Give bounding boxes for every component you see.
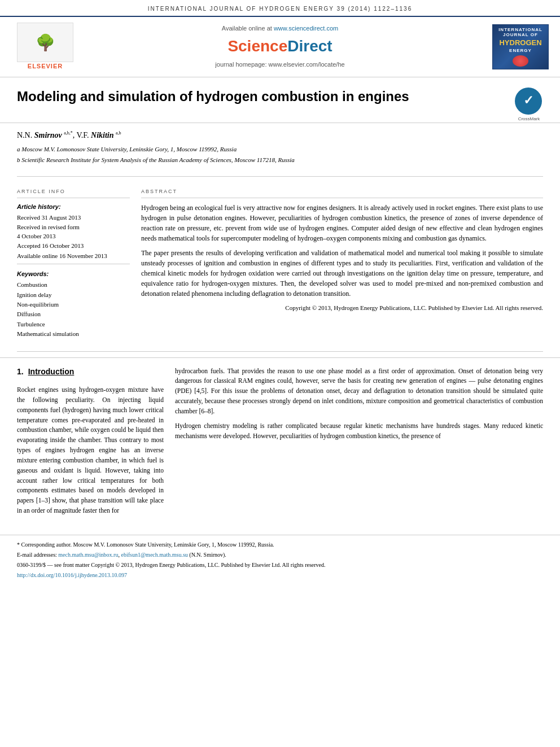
intro-left-body: Rocket engines using hydrogen-oxygen mix… — [17, 385, 164, 516]
article-title: Modeling and simulation of hydrogen comb… — [17, 88, 515, 105]
sciencedirect-url[interactable]: www.sciencedirect.com — [274, 25, 338, 32]
keywords-label: Keywords: — [17, 270, 130, 278]
abstract-copyright: Copyright © 2013, Hydrogen Energy Public… — [141, 303, 543, 313]
affiliation-a: a Moscow M.V. Lomonosov State University… — [17, 145, 543, 154]
available-online: Available online at www.sciencedirect.co… — [90, 24, 470, 33]
keyword-ignition-delay: Ignition delay — [17, 291, 130, 299]
section-number: 1. — [17, 366, 24, 378]
received2: Received in revised form4 October 2013 — [17, 223, 130, 241]
doi-link[interactable]: http://dx.doi.org/10.1016/j.ijhydene.201… — [17, 572, 127, 578]
elsevier-logo: 🌳 ELSEVIER — [11, 23, 79, 71]
badge-circle-icon — [513, 55, 528, 67]
corresponding-author-note: * Corresponding author. Moscow M.V. Lomo… — [17, 541, 543, 549]
science-part: Science — [228, 37, 287, 55]
crossmark-label: CrossMark — [515, 116, 543, 122]
email-note: E-mail addresses: mech.math.msu@inbox.ru… — [17, 551, 543, 559]
left-col-article-info: ARTICLE INFO Article history: Received 3… — [17, 188, 130, 340]
intro-right-p2: Hydrogen chemistry modeling is rather co… — [175, 421, 543, 442]
email1-link[interactable]: mech.math.msu@inbox.ru — [58, 552, 118, 558]
authors-section: N.N. Smirnov a,b,*, V.F. Nikitin a,b a M… — [0, 123, 560, 171]
journal-header: INTERNATIONAL JOURNAL OF HYDROGEN ENERGY… — [0, 0, 560, 17]
hydrogen-energy-badge: InternationalJournal of HYDROGEN ENERGY — [492, 24, 549, 69]
article-info-abstract: ARTICLE INFO Article history: Received 3… — [0, 182, 560, 346]
page-container: INTERNATIONAL JOURNAL OF HYDROGEN ENERGY… — [0, 0, 560, 587]
email2-suffix: (N.N. Smirnov). — [189, 552, 226, 558]
intro-right-p1: hydrocarbon fuels. That provides the rea… — [175, 366, 543, 417]
abstract-text: Hydrogen being an ecological fuel is ver… — [141, 203, 543, 313]
content-left: 1. Introduction Rocket engines using hyd… — [17, 366, 164, 521]
separator-abstract-body — [17, 351, 543, 352]
main-content: 1. Introduction Rocket engines using hyd… — [0, 357, 560, 529]
elsevier-tree-icon: 🌳 — [36, 32, 55, 54]
badge-energy: ENERGY — [509, 48, 532, 54]
center-header: Available online at www.sciencedirect.co… — [79, 24, 481, 69]
badge-hydrogen: HYDROGEN — [499, 38, 541, 48]
issn-line: 0360-3199/$ — see front matter Copyright… — [17, 561, 543, 569]
elsevier-image: 🌳 — [17, 23, 73, 62]
available-online-text: Available online at — [222, 25, 272, 32]
author-nikitin: Nikitin — [91, 131, 113, 139]
crossmark-icon: ✓ — [515, 88, 542, 115]
crossmark-badge[interactable]: ✓ CrossMark — [515, 88, 543, 116]
affiliation-b: b Scientific Research Institute for Syst… — [17, 156, 543, 164]
accepted: Accepted 16 October 2013 — [17, 242, 130, 250]
right-logo: InternationalJournal of HYDROGEN ENERGY — [481, 24, 549, 69]
received1: Received 31 August 2013 — [17, 213, 130, 222]
keyword-turbulence: Turbulence — [17, 320, 130, 329]
direct-part: Direct — [287, 37, 332, 55]
email1-comma: , — [118, 552, 120, 558]
keyword-non-equilibrium: Non-equilibrium — [17, 300, 130, 309]
intro-left-p1: Rocket engines using hydrogen-oxygen mix… — [17, 385, 164, 516]
doi-line: http://dx.doi.org/10.1016/j.ijhydene.201… — [17, 571, 543, 579]
intro-right-body: hydrocarbon fuels. That provides the rea… — [175, 366, 543, 442]
author-smirnov: Smirnov — [34, 131, 62, 139]
section-title-intro: Introduction — [28, 366, 75, 378]
keyword-diffusion: Diffusion — [17, 310, 130, 318]
corresponding-author-text: * Corresponding author. Moscow M.V. Lomo… — [17, 541, 274, 548]
keyword-mathematical-simulation: Mathematical simulation — [17, 330, 130, 338]
sciencedirect-logo: ScienceDirect — [90, 35, 470, 57]
email-label-text: E-mail addresses: — [17, 552, 57, 558]
abstract-label: ABSTRACT — [141, 188, 543, 198]
abstract-p2: The paper presents the results of develo… — [141, 248, 543, 299]
keyword-combustion: Combustion — [17, 281, 130, 289]
authors-line: N.N. Smirnov a,b,*, V.F. Nikitin a,b — [17, 130, 543, 141]
journal-homepage: journal homepage: www.elsevier.com/locat… — [90, 60, 470, 69]
badge-title-intl: InternationalJournal of — [498, 27, 542, 38]
journal-title-top: INTERNATIONAL JOURNAL OF HYDROGEN ENERGY… — [148, 6, 412, 12]
available-online: Available online 16 November 2013 — [17, 252, 130, 260]
content-right: hydrocarbon fuels. That provides the rea… — [175, 366, 543, 521]
right-col-abstract: ABSTRACT Hydrogen being an ecological fu… — [141, 188, 543, 340]
footer-notes: * Corresponding author. Moscow M.V. Lomo… — [0, 535, 560, 587]
separator-authors — [17, 176, 543, 177]
abstract-p1: Hydrogen being an ecological fuel is ver… — [141, 203, 543, 243]
article-title-section: Modeling and simulation of hydrogen comb… — [0, 77, 560, 123]
elsevier-text: ELSEVIER — [28, 62, 63, 71]
info-divider — [17, 264, 130, 264]
history-label: Article history: — [17, 203, 130, 211]
header-logos: 🌳 ELSEVIER Available online at www.scien… — [0, 17, 560, 77]
article-info-label: ARTICLE INFO — [17, 188, 130, 198]
email2-link[interactable]: ebifsun1@mech.math.msu.su — [121, 552, 187, 558]
